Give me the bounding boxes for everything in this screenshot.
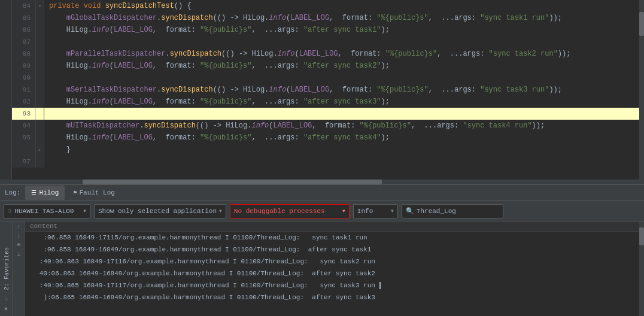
line-content <box>44 156 639 168</box>
left-gutter <box>0 0 12 180</box>
app-filter-value: Show only selected application <box>98 208 217 215</box>
editor-area: 84 ▾ private void syncDispatchTest() { 8… <box>0 0 644 180</box>
line-number: 87 <box>12 36 36 48</box>
favorites-icon-2[interactable]: ▼ <box>4 306 8 312</box>
line-content: mUITaskDispatcher.syncDispatch(() -> HiL… <box>44 120 639 132</box>
code-line-94: 94 mUITaskDispatcher.syncDispatch(() -> … <box>12 120 639 132</box>
device-checkbox-icon: ☐ <box>8 208 11 214</box>
device-dropdown-arrow: ▼ <box>83 208 86 214</box>
log-label: Log: <box>5 189 20 196</box>
line-number: 89 <box>12 60 36 72</box>
toolbar: ☐ HUAWEI TAS-AL00 ▼ Show only selected a… <box>0 201 644 221</box>
fold-indicator <box>36 60 44 72</box>
line-number: 84 <box>12 0 36 12</box>
code-line-91: 91 mSerialTaskDispatcher.syncDispatch(()… <box>12 84 639 96</box>
line-number: 97 <box>12 156 36 168</box>
code-line-84: 84 ▾ private void syncDispatchTest() { <box>12 0 639 12</box>
fault-tab-label: Fault Log <box>79 189 114 196</box>
tab-fault-log[interactable]: ⚑ Fault Log <box>67 186 120 200</box>
line-content: HiLog.info(LABEL_LOG, format: "%{public}… <box>44 24 639 36</box>
tab-hilog[interactable]: ☰ Hilog <box>25 186 65 200</box>
line-content <box>44 72 639 84</box>
level-select[interactable]: Info ▼ <box>353 204 398 218</box>
line-number: 93 <box>12 108 36 120</box>
editor-scrollbar[interactable] <box>639 0 644 180</box>
favorites-sidebar: 2: Favorites ☆ ▼ <box>0 221 13 316</box>
log-tabs-bar: Log: ☰ Hilog ⚑ Fault Log <box>0 184 644 201</box>
favorites-label: 2: Favorites <box>3 247 10 290</box>
fold-indicator <box>36 84 44 96</box>
code-line-97: 97 <box>12 156 639 168</box>
line-content: mSerialTaskDispatcher.syncDispatch(() ->… <box>44 84 639 96</box>
editor-h-scrollbar[interactable] <box>0 180 644 184</box>
code-line-87: 87 <box>12 36 639 48</box>
log-content-header: content <box>25 221 639 232</box>
hilog-tab-icon: ☰ <box>31 189 37 196</box>
log-line-1: :06.858 16849-17115/org.example.harmonyt… <box>25 232 639 244</box>
log-text: ):06.865 16849-16849/org.example.harmony… <box>28 292 375 303</box>
code-line-90: 90 <box>12 72 639 84</box>
search-icon: 🔍 <box>406 207 414 215</box>
line-content: HiLog.info(LABEL_LOG, format: "%{public}… <box>44 96 639 108</box>
line-number: 91 <box>12 84 36 96</box>
process-select[interactable]: No debuggable processes ▼ <box>230 204 350 218</box>
line-content: mParallelTaskDispatcher.syncDispatch(() … <box>44 48 639 60</box>
line-number: 88 <box>12 48 36 60</box>
log-lines[interactable]: :06.858 16849-17115/org.example.harmonyt… <box>25 232 639 316</box>
log-panel: 2: Favorites ☆ ▼ ↑ ↓ ≡ ⊥ content :06.8 <box>0 221 644 316</box>
line-content: HiLog.info(LABEL_LOG, format: "%{public}… <box>44 132 639 144</box>
log-text: 40:06.863 16849-16849/org.example.harmon… <box>28 268 375 279</box>
fold-indicator <box>36 48 44 60</box>
log-lines-container: content :06.858 16849-17115/org.example.… <box>25 221 639 316</box>
favorites-icon-1[interactable]: ☆ <box>4 295 8 303</box>
log-line-5: :40:06.865 16849-17117/org.example.harmo… <box>25 279 639 291</box>
scroll-down-button[interactable]: ↓ <box>17 233 20 239</box>
line-content <box>44 36 639 48</box>
fold-indicator <box>36 12 44 24</box>
line-content: mGlobalTaskDispatcher.syncDispatch(() ->… <box>44 12 639 24</box>
fold-indicator <box>36 36 44 48</box>
code-line-92: 92 HiLog.info(LABEL_LOG, format: "%{publ… <box>12 96 639 108</box>
log-line-2: :06.858 16849-16849/org.example.harmonyt… <box>25 244 639 256</box>
fold-indicator <box>36 120 44 132</box>
fold-indicator <box>36 156 44 168</box>
fold-indicator: ▸ <box>36 144 44 156</box>
scroll-up-button[interactable]: ↑ <box>17 224 20 230</box>
code-line-88: 88 mParallelTaskDispatcher.syncDispatch(… <box>12 48 639 60</box>
line-number: 90 <box>12 72 36 84</box>
fault-tab-icon: ⚑ <box>73 189 77 196</box>
device-select[interactable]: ☐ HUAWEI TAS-AL00 ▼ <box>4 204 90 218</box>
line-content: HiLog.info(LABEL_LOG, format: "%{public}… <box>44 60 639 72</box>
code-line-95: 95 HiLog.info(LABEL_LOG, format: "%{publ… <box>12 132 639 144</box>
log-text: :40:06.863 16849-17116/org.example.harmo… <box>28 256 375 267</box>
code-line-close: ▸ } <box>12 144 639 156</box>
code-content[interactable]: 84 ▾ private void syncDispatchTest() { 8… <box>12 0 639 180</box>
process-dropdown-arrow: ▼ <box>342 208 345 214</box>
log-text: :06.858 16849-16849/org.example.harmonyt… <box>28 244 371 255</box>
line-number: 95 <box>12 132 36 144</box>
scroll-end-button[interactable]: ⊥ <box>17 251 20 258</box>
fold-indicator <box>36 108 44 120</box>
process-value: No debuggable processes <box>234 208 340 215</box>
line-number: 92 <box>12 96 36 108</box>
code-line-86: 86 HiLog.info(LABEL_LOG, format: "%{publ… <box>12 24 639 36</box>
log-text: :40:06.865 16849-17117/org.example.harmo… <box>28 280 381 291</box>
code-line-89: 89 HiLog.info(LABEL_LOG, format: "%{publ… <box>12 60 639 72</box>
line-number: 94 <box>12 120 36 132</box>
search-box[interactable]: 🔍 Thread_Log <box>402 204 503 218</box>
log-line-6: ):06.865 16849-16849/org.example.harmony… <box>25 291 639 303</box>
favorites-icons-group: ☆ ▼ <box>4 295 8 312</box>
line-number: 85 <box>12 12 36 24</box>
hilog-tab-label: Hilog <box>39 189 59 196</box>
fold-indicator: ▾ <box>36 0 44 12</box>
line-content: private void syncDispatchTest() { <box>44 0 639 12</box>
fold-indicator <box>36 96 44 108</box>
clear-log-button[interactable]: ≡ <box>17 242 20 248</box>
device-value: HUAWEI TAS-AL00 <box>14 208 81 215</box>
log-line-3: :40:06.863 16849-17116/org.example.harmo… <box>25 256 639 268</box>
code-line-85: 85 mGlobalTaskDispatcher.syncDispatch(()… <box>12 12 639 24</box>
line-content: } <box>44 144 639 156</box>
app-filter-select[interactable]: Show only selected application ▼ <box>94 204 226 218</box>
log-scrollbar[interactable] <box>639 221 644 316</box>
app-filter-dropdown-arrow: ▼ <box>219 208 222 214</box>
